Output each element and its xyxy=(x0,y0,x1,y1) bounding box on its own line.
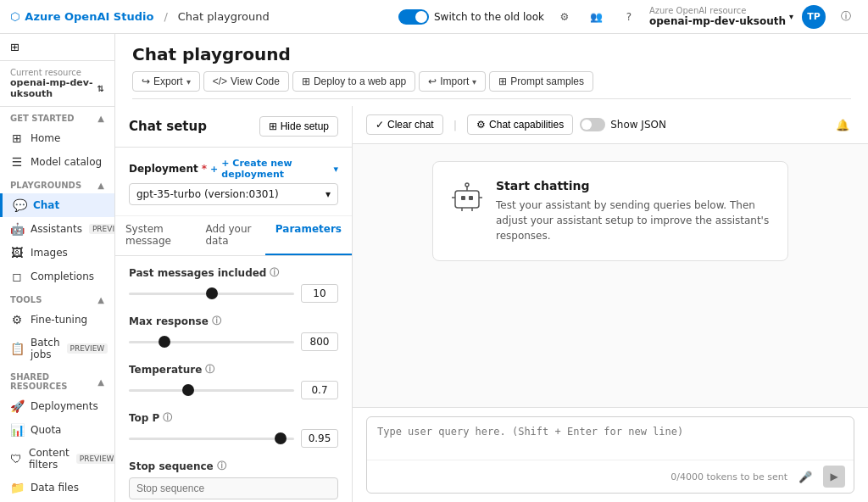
view-code-button[interactable]: </> View Code xyxy=(203,71,289,92)
microphone-icon[interactable]: 🎤 xyxy=(794,466,816,488)
top-p-slider[interactable] xyxy=(129,438,294,440)
sidebar-item-batch-jobs[interactable]: 📋 Batch jobs PREVIEW xyxy=(0,332,114,365)
toggle-label: Switch to the old look xyxy=(434,11,544,23)
prompt-samples-button[interactable]: ⊞ Prompt samples xyxy=(489,71,593,92)
stop-sequence-info-icon[interactable]: ⓘ xyxy=(217,460,226,472)
setup-tabs: System message Add your data Parameters xyxy=(115,216,352,256)
stop-sequence-input[interactable] xyxy=(129,477,338,499)
tab-add-your-data[interactable]: Add your data xyxy=(195,216,264,255)
json-toggle-knob xyxy=(581,120,592,130)
sidebar-item-home[interactable]: ⊞ Home xyxy=(0,126,114,150)
import-button[interactable]: ↩ Import ▾ xyxy=(419,71,486,92)
speaker-icon[interactable]: 🔔 xyxy=(831,113,854,137)
svg-rect-2 xyxy=(469,196,473,200)
section-get-started: Get started ▲ xyxy=(0,107,114,126)
hide-setup-button[interactable]: ⊞ Hide setup xyxy=(259,116,338,137)
chat-messages: Start chatting Test your assistant by se… xyxy=(353,144,868,407)
param-max-response-label: Max response ⓘ xyxy=(129,315,338,327)
shared-collapse-icon[interactable]: ▲ xyxy=(97,377,104,387)
code-icon: </> xyxy=(213,75,227,87)
help-icon[interactable]: ⓘ xyxy=(834,5,858,29)
max-response-info-icon[interactable]: ⓘ xyxy=(212,315,221,327)
chat-input-area: 0/4000 tokens to be sent 🎤 ▶ xyxy=(353,407,868,502)
start-chatting-text: Test your assistant by sending queries b… xyxy=(496,198,771,243)
content-header: Chat playground ↪ Export ▾ </> View Code… xyxy=(115,34,868,106)
tab-parameters[interactable]: Parameters xyxy=(265,216,352,255)
section-tools: Tools ▲ xyxy=(0,288,114,308)
sidebar-item-quota[interactable]: 📊 Quota xyxy=(0,418,114,442)
import-chevron-icon: ▾ xyxy=(472,77,476,86)
playgrounds-collapse-icon[interactable]: ▲ xyxy=(97,181,104,190)
temperature-slider[interactable] xyxy=(129,389,294,392)
sidebar-item-deployments[interactable]: 🚀 Deployments xyxy=(0,394,114,418)
json-toggle-switch[interactable] xyxy=(580,118,605,131)
svg-rect-1 xyxy=(461,196,465,200)
page-label: Chat playground xyxy=(178,10,270,23)
resource-chevron-icon[interactable]: ▾ xyxy=(789,12,793,21)
past-messages-info-icon[interactable]: ⓘ xyxy=(270,266,279,279)
chat-toolbar: ✓ Clear chat | ⚙ Chat capabilities Show … xyxy=(353,106,868,144)
clear-chat-button[interactable]: ✓ Clear chat xyxy=(366,114,443,135)
top-p-value[interactable]: 0.95 xyxy=(301,429,338,448)
sidebar-item-assistants[interactable]: 🤖 Assistants PREVIEW xyxy=(0,217,114,241)
temperature-info-icon[interactable]: ⓘ xyxy=(205,363,214,376)
users-icon[interactable]: 👥 xyxy=(585,5,609,29)
create-deployment-link[interactable]: + + Create new deployment ▾ xyxy=(210,158,338,180)
param-stop-sequence-label: Stop sequence ⓘ xyxy=(129,460,338,472)
svg-rect-0 xyxy=(455,191,479,208)
section-shared-resources: Shared resources ▲ xyxy=(0,365,114,394)
top-p-info-icon[interactable]: ⓘ xyxy=(163,411,172,424)
sidebar-item-images[interactable]: 🖼 Images xyxy=(0,241,114,265)
param-top-p-label: Top P ⓘ xyxy=(129,411,338,424)
data-files-icon: 📁 xyxy=(10,481,24,494)
sidebar: ⊞ Current resource openai-mp-dev-uksouth… xyxy=(0,34,115,502)
param-past-messages-label: Past messages included ⓘ xyxy=(129,266,338,279)
batch-jobs-icon: 📋 xyxy=(10,342,24,355)
top-p-slider-row: 0.95 xyxy=(129,429,338,448)
export-button[interactable]: ↪ Export ▾ xyxy=(132,71,200,92)
toolbar: ↪ Export ▾ </> View Code ⊞ Deploy to a w… xyxy=(132,71,851,99)
sidebar-item-fine-tuning[interactable]: ⚙ Fine-tuning xyxy=(0,308,114,332)
toolbar-divider: | xyxy=(453,119,457,131)
prompt-icon: ⊞ xyxy=(498,75,507,87)
assistants-icon: 🤖 xyxy=(10,222,24,236)
main-layout: ⊞ Current resource openai-mp-dev-uksouth… xyxy=(0,34,868,502)
required-star: * xyxy=(202,163,207,175)
tab-system-message[interactable]: System message xyxy=(115,216,195,255)
avatar[interactable]: TP xyxy=(802,5,826,29)
past-messages-value[interactable]: 10 xyxy=(301,284,338,303)
max-response-slider[interactable] xyxy=(129,341,294,343)
resource-arrows-icon[interactable]: ⇅ xyxy=(97,84,104,93)
old-look-toggle[interactable] xyxy=(398,9,429,25)
tools-collapse-icon[interactable]: ▲ xyxy=(97,295,104,304)
sidebar-item-completions[interactable]: ◻ Completions xyxy=(0,265,114,288)
deployment-section: Deployment * + + Create new deployment ▾… xyxy=(115,148,352,216)
max-response-value[interactable]: 800 xyxy=(301,332,338,351)
sidebar-item-data-files[interactable]: 📁 Data files xyxy=(0,476,114,499)
sidebar-item-model-catalog[interactable]: ☰ Model catalog xyxy=(0,150,114,174)
sidebar-logo: ⊞ xyxy=(0,34,114,61)
section-playgrounds: Playgrounds ▲ xyxy=(0,174,114,193)
section-collapse-icon[interactable]: ▲ xyxy=(97,114,104,123)
past-messages-slider[interactable] xyxy=(129,293,294,295)
chat-capabilities-button[interactable]: ⚙ Chat capabilities xyxy=(467,114,573,135)
send-button[interactable]: ▶ xyxy=(823,466,845,488)
chat-input[interactable] xyxy=(367,417,854,460)
start-chatting-content: Start chatting Test your assistant by se… xyxy=(496,179,771,243)
create-chevron-icon: ▾ xyxy=(333,164,338,175)
settings-icon[interactable]: ⚙ xyxy=(553,5,576,29)
sidebar-item-content-filters[interactable]: 🛡 Content filters PREVIEW xyxy=(0,442,114,476)
deployment-label: Deployment * + + Create new deployment ▾ xyxy=(129,158,338,180)
info-icon[interactable]: ? xyxy=(617,5,641,29)
deploy-button[interactable]: ⊞ Deploy to a web app xyxy=(292,71,415,92)
sidebar-item-chat[interactable]: 💬 Chat xyxy=(0,193,114,217)
main-panel: Chat setup ⊞ Hide setup Deployment * + +… xyxy=(115,106,868,502)
chat-input-box: 0/4000 tokens to be sent 🎤 ▶ xyxy=(366,416,854,494)
deployment-select[interactable]: gpt-35-turbo (version:0301) ▾ xyxy=(129,183,338,205)
content: Chat playground ↪ Export ▾ </> View Code… xyxy=(115,34,868,502)
page-title: Chat playground xyxy=(132,44,851,64)
temperature-slider-row: 0.7 xyxy=(129,381,338,399)
past-messages-slider-row: 10 xyxy=(129,284,338,303)
token-count: 0/4000 tokens to be sent xyxy=(670,471,787,482)
temperature-value[interactable]: 0.7 xyxy=(301,381,338,399)
